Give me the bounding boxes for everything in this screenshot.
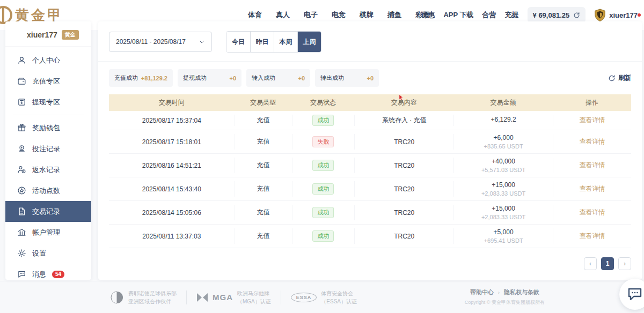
sidebar-item-label: 活动点数 [32,186,60,196]
sidebar-item-messages[interactable]: 消息 54 [5,264,91,280]
stat-label: 转出成功 [320,74,344,82]
link-app-download[interactable]: APP 下载 [443,10,473,20]
privacy-terms-link[interactable]: 隐私权与条款 [504,288,539,296]
nav-item-fishing[interactable]: 捕鱼 [387,10,401,20]
view-details-link[interactable]: 查看详情 [553,184,631,193]
stat-label: 充值成功 [114,74,138,82]
nav-item-live[interactable]: 真人 [276,10,290,20]
wallet-icon [17,77,26,86]
coin-record-icon [17,144,26,153]
table-row: 2025/08/14 15:43:40 充值 成功 TRC20 +15,000+… [109,177,631,201]
sidebar-user: xiuer177 黄金 [5,21,91,47]
gear-icon [17,249,26,258]
table-header: 交易时间 交易类型 交易状态 交易内容 交易金额 操作 [109,94,631,111]
bank-icon [17,228,26,237]
status-badge: 成功 [312,160,334,171]
cell-amount: +6,000+835.65 USDT [453,134,553,150]
cell-time: 2025/08/17 15:18:01 [109,138,235,146]
club-logo-icon [110,290,124,304]
stat-transfer-in-success: 转入成功 +0 [246,69,310,87]
sidebar-item-transaction-records[interactable]: 交易记录 [5,201,91,222]
sidebar-item-profile[interactable]: 个人中心 [5,50,91,71]
balance-pill[interactable]: ¥ 69,081.25 [528,7,586,23]
amount-usdt: +2,083.33 USDT [454,190,553,197]
partner-text: 体育安全协会 （ESSA）认证 [321,289,357,305]
sidebar-item-bet-records[interactable]: 投注记录 [5,138,91,159]
sidebar-item-reward-wallet[interactable]: 奖励钱包 [5,117,91,138]
cell-amount: +15,000+2,083.33 USDT [453,205,553,220]
vip-level-badge: 黄金 [62,30,79,40]
refresh-button[interactable]: 刷新 [608,73,631,83]
partner-text: 费耶诺德足球俱乐部 亚洲区域合作伙伴 [128,289,177,305]
chat-bubble-icon [627,287,642,301]
cell-content: TRC20 [354,228,453,244]
date-range-picker[interactable]: 2025/08/11 - 2025/08/17 [109,32,212,52]
partner-essa: ESSA 体育安全协会 （ESSA）认证 [291,289,357,305]
refresh-balance-icon[interactable] [573,12,580,19]
date-range-value: 2025/08/11 - 2025/08/17 [116,38,186,46]
amount-usdt: +5,571.03 USDT [454,167,553,173]
sidebar-item-label: 充值专区 [32,77,60,86]
mga-brand: MGA [213,293,233,302]
essa-logo-icon: ESSA [291,293,317,302]
view-details-link[interactable]: 查看详情 [553,116,631,125]
refresh-icon [608,74,616,82]
mga-logo-icon [196,293,208,302]
sidebar-item-label: 消息 [32,270,46,279]
vip-shield-icon [594,9,606,21]
view-details-link[interactable]: 查看详情 [553,161,631,170]
cell-type: 充值 [235,158,292,173]
button-yesterday[interactable]: 昨日 [250,32,274,52]
link-deposit-withdraw[interactable]: 充提 [505,10,519,20]
nav-item-cards[interactable]: 棋牌 [360,10,374,20]
cell-content: TRC20 [354,134,453,150]
view-details-link[interactable]: 查看详情 [553,137,631,146]
sidebar-item-activity-points[interactable]: 活动点数 [5,180,91,201]
sidebar-item-account-management[interactable]: 帐户管理 [5,222,91,243]
user-chip[interactable]: xiuer177 [594,9,642,21]
quick-date-buttons: 今日 昨日 本周 上周 [226,31,321,53]
table-row: 2025/08/17 15:18:01 充值 失败 TRC20 +6,000+8… [109,130,631,154]
sidebar-item-label: 提现专区 [32,98,60,107]
stat-label: 提现成功 [183,74,207,82]
amount-usdt: +835.65 USDT [454,143,553,150]
status-badge: 成功 [312,115,334,126]
button-this-week[interactable]: 本周 [274,32,297,52]
summary-row: 充值成功 +81,129.2 提现成功 +0 转入成功 +0 转出成功 +0 刷… [98,62,642,93]
view-details-link[interactable]: 查看详情 [553,208,631,217]
status-badge: 失败 [312,136,334,147]
chevron-right-icon: › [624,260,626,267]
message-icon [17,270,26,279]
partner-logos: 费耶诺德足球俱乐部 亚洲区域合作伙伴 MGA 欧洲马尔他牌 （MGA）认证 ES… [110,289,357,305]
help-center-link[interactable]: 帮助中心 [470,288,494,296]
nav-item-slots[interactable]: 电子 [304,10,318,20]
col-status: 交易状态 [292,98,355,107]
view-details-link[interactable]: 查看详情 [553,232,631,241]
nav-item-esports[interactable]: 电竞 [332,10,346,20]
cell-content: TRC20 [354,158,453,173]
link-affiliate[interactable]: 合营 [482,10,496,20]
sidebar-item-label: 投注记录 [32,144,60,154]
sidebar-item-rebate-records[interactable]: 返水记录 [5,159,91,180]
stat-value: +0 [367,75,374,81]
col-action: 操作 [553,98,631,107]
stat-withdraw-success: 提现成功 +0 [178,69,241,87]
refresh-label: 刷新 [618,73,631,83]
sidebar-item-deposit[interactable]: 充值专区 [5,71,91,92]
link-promotions[interactable]: 优惠 [421,10,435,20]
page-next-button[interactable]: › [618,257,631,270]
sidebar-item-withdraw[interactable]: 提现专区 [5,92,91,113]
stat-value: +0 [229,75,236,81]
button-last-week[interactable]: 上周 [297,32,321,52]
status-badge: 成功 [312,230,334,242]
page-1-button[interactable]: 1 [601,257,614,270]
filter-row: 2025/08/11 - 2025/08/17 今日 昨日 本周 上周 [98,21,642,62]
button-today[interactable]: 今日 [226,32,250,52]
sidebar-item-label: 交易记录 [32,207,60,217]
cell-time: 2025/08/11 13:37:03 [109,233,235,240]
nav-item-sports[interactable]: 体育 [248,10,262,20]
sidebar: xiuer177 黄金 个人中心 充值专区 提现专区 奖励钱包 投注记录 返水记… [5,21,91,280]
footer-right: 帮助中心 › 隐私权与条款 Copyright © 黄金甲体育集团版权所有 [465,288,545,306]
sidebar-item-settings[interactable]: 设置 [5,243,91,264]
page-prev-button[interactable]: ‹ [584,257,597,270]
